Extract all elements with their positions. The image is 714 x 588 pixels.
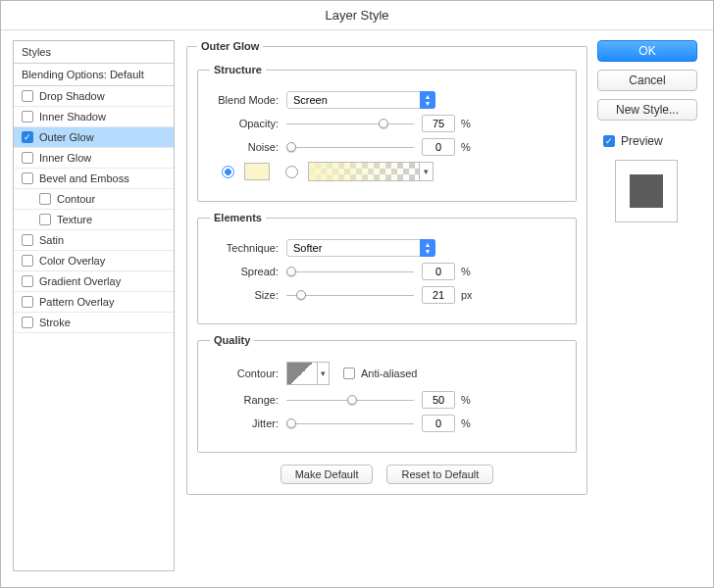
style-label: Pattern Overlay xyxy=(39,296,114,308)
style-label: Drop Shadow xyxy=(39,90,105,102)
style-label: Contour xyxy=(57,193,95,205)
structure-group: Structure Blend Mode: ▴▾ Opacity: xyxy=(197,64,577,202)
contour-picker[interactable]: ▾ xyxy=(286,362,330,385)
layer-style-dialog: Layer Style Styles Blending Options: Def… xyxy=(0,0,714,588)
blend-mode-select[interactable]: ▴▾ xyxy=(286,91,435,109)
center-panel: Outer Glow Structure Blend Mode: ▴▾ Opac… xyxy=(175,40,593,571)
gradient-swatch[interactable] xyxy=(309,163,419,180)
quality-legend: Quality xyxy=(210,334,254,346)
technique-label: Technique: xyxy=(210,242,286,254)
noise-unit: % xyxy=(461,141,471,153)
jitter-unit: % xyxy=(461,417,471,429)
style-checkbox[interactable] xyxy=(22,152,33,164)
structure-legend: Structure xyxy=(210,64,266,75)
style-label: Satin xyxy=(39,234,64,246)
style-label: Inner Shadow xyxy=(39,111,106,122)
noise-slider[interactable] xyxy=(286,140,414,154)
default-buttons-row: Make Default Reset to Default xyxy=(197,465,577,484)
preview-checkbox[interactable] xyxy=(603,135,615,147)
style-item-stroke[interactable]: Stroke xyxy=(14,313,174,333)
chevron-down-icon[interactable]: ▾ xyxy=(419,163,433,180)
styles-header[interactable]: Styles xyxy=(14,41,174,64)
style-item-pattern-overlay[interactable]: Pattern Overlay xyxy=(14,292,174,313)
range-unit: % xyxy=(461,394,471,406)
style-item-contour[interactable]: Contour xyxy=(14,189,174,210)
style-checkbox[interactable] xyxy=(22,255,33,267)
ok-button[interactable]: OK xyxy=(597,40,697,62)
blend-mode-label: Blend Mode: xyxy=(210,94,286,106)
preview-label: Preview xyxy=(621,134,663,148)
right-panel: OK Cancel New Style... Preview xyxy=(593,40,701,571)
size-input[interactable] xyxy=(422,286,455,304)
range-label: Range: xyxy=(210,394,286,406)
gradient-select[interactable]: ▾ xyxy=(308,162,434,181)
size-slider[interactable] xyxy=(286,288,414,302)
blend-mode-value[interactable] xyxy=(286,91,435,109)
style-checkbox[interactable] xyxy=(22,317,33,328)
noise-input[interactable] xyxy=(422,138,455,156)
preview-swatch xyxy=(630,174,663,208)
style-item-inner-glow[interactable]: Inner Glow xyxy=(14,148,174,169)
styles-list: Drop ShadowInner ShadowOuter GlowInner G… xyxy=(14,86,174,333)
antialiased-checkbox[interactable] xyxy=(343,368,355,379)
style-checkbox[interactable] xyxy=(22,90,33,102)
elements-group: Elements Technique: ▴▾ Spread: xyxy=(197,212,577,324)
size-unit: px xyxy=(461,289,473,301)
range-slider[interactable] xyxy=(286,393,414,407)
opacity-input[interactable] xyxy=(422,115,455,132)
style-checkbox[interactable] xyxy=(22,111,33,122)
new-style-button[interactable]: New Style... xyxy=(597,99,697,121)
color-swatch[interactable] xyxy=(244,163,270,180)
blending-options-row[interactable]: Blending Options: Default xyxy=(14,64,174,86)
style-item-bevel-and-emboss[interactable]: Bevel and Emboss xyxy=(14,169,174,189)
style-checkbox[interactable] xyxy=(39,214,51,225)
style-label: Outer Glow xyxy=(39,131,94,143)
range-input[interactable] xyxy=(422,391,455,409)
color-radio[interactable] xyxy=(222,166,234,178)
style-label: Color Overlay xyxy=(39,255,105,267)
make-default-button[interactable]: Make Default xyxy=(280,465,374,484)
style-item-gradient-overlay[interactable]: Gradient Overlay xyxy=(14,271,174,292)
outer-glow-group: Outer Glow Structure Blend Mode: ▴▾ Opac… xyxy=(186,40,587,495)
noise-label: Noise: xyxy=(210,141,286,153)
jitter-input[interactable] xyxy=(422,415,455,432)
contour-swatch[interactable] xyxy=(287,363,317,384)
technique-select[interactable]: ▴▾ xyxy=(286,239,435,257)
style-label: Texture xyxy=(57,214,92,225)
contour-label: Contour: xyxy=(210,368,286,379)
chevron-updown-icon[interactable]: ▴▾ xyxy=(420,239,435,257)
style-checkbox[interactable] xyxy=(22,275,33,287)
preview-box xyxy=(615,160,678,222)
chevron-updown-icon[interactable]: ▴▾ xyxy=(420,91,435,109)
style-item-drop-shadow[interactable]: Drop Shadow xyxy=(14,86,174,107)
quality-group: Quality Contour: ▾ Anti-aliased Range: xyxy=(197,334,577,453)
style-item-texture[interactable]: Texture xyxy=(14,210,174,230)
style-checkbox[interactable] xyxy=(22,131,33,143)
style-label: Inner Glow xyxy=(39,152,91,164)
technique-value[interactable] xyxy=(286,239,435,257)
gradient-radio[interactable] xyxy=(285,166,298,178)
spread-slider[interactable] xyxy=(286,265,414,278)
style-checkbox[interactable] xyxy=(22,172,33,184)
cancel-button[interactable]: Cancel xyxy=(597,70,697,91)
jitter-slider[interactable] xyxy=(286,416,414,430)
reset-default-button[interactable]: Reset to Default xyxy=(386,465,493,484)
style-item-color-overlay[interactable]: Color Overlay xyxy=(14,251,174,271)
spread-unit: % xyxy=(461,266,471,277)
chevron-down-icon[interactable]: ▾ xyxy=(317,363,329,384)
style-checkbox[interactable] xyxy=(22,234,33,246)
style-checkbox[interactable] xyxy=(39,193,51,205)
style-item-satin[interactable]: Satin xyxy=(14,230,174,251)
style-label: Bevel and Emboss xyxy=(39,172,129,184)
antialiased-label: Anti-aliased xyxy=(361,368,417,379)
dialog-title: Layer Style xyxy=(1,1,713,30)
jitter-label: Jitter: xyxy=(210,417,286,429)
opacity-slider[interactable] xyxy=(286,117,414,130)
spread-input[interactable] xyxy=(422,263,455,280)
style-item-inner-shadow[interactable]: Inner Shadow xyxy=(14,107,174,127)
size-label: Size: xyxy=(210,289,286,301)
style-checkbox[interactable] xyxy=(22,296,33,308)
opacity-unit: % xyxy=(461,118,471,129)
style-label: Gradient Overlay xyxy=(39,275,121,287)
style-item-outer-glow[interactable]: Outer Glow xyxy=(14,127,174,148)
